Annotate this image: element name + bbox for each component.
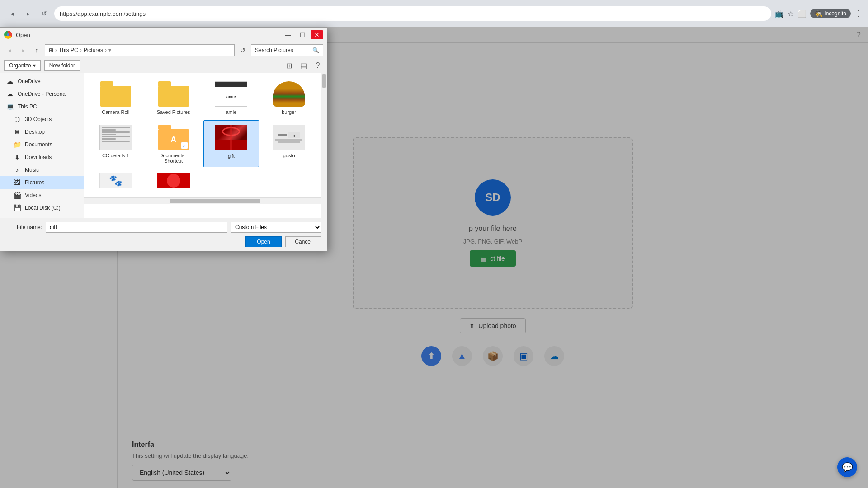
amie-thumb: amie: [215, 80, 247, 108]
file-item-camera-roll[interactable]: Camera Roll: [88, 77, 144, 118]
onedrive-personal-icon: ☁: [6, 90, 14, 98]
file-item-gift[interactable]: gift: [203, 120, 259, 167]
dialog-forward-button[interactable]: ▸: [18, 45, 28, 56]
dialog-refresh-button[interactable]: ↺: [237, 45, 248, 56]
file-item-burger[interactable]: burger: [261, 77, 317, 118]
path-root: ⊞: [49, 47, 53, 53]
view-details-button[interactable]: ▤: [298, 60, 309, 71]
path-sep1: ›: [55, 47, 57, 53]
browser-forward-btn[interactable]: ▸: [22, 7, 34, 20]
nav-item-localdisk[interactable]: 💾 Local Disk (C:): [0, 202, 84, 214]
chrome-icon: [4, 31, 12, 39]
help-dialog-button[interactable]: ?: [312, 60, 323, 71]
file-item-partial1[interactable]: 🐾: [88, 169, 144, 194]
filename-input[interactable]: [46, 222, 227, 233]
filename-label: File name:: [6, 224, 42, 230]
path-folder: Pictures: [84, 47, 103, 53]
thispc-icon: 💻: [6, 103, 14, 111]
nav-item-3dobjects[interactable]: ⬡ 3D Objects: [0, 113, 84, 126]
dialog-overlay: Open — ☐ ✕ ◂ ▸ ↑ ⊞ › This PC › Pic: [0, 27, 868, 488]
dialog-files-pane: Camera Roll Saved Pictures: [84, 73, 327, 218]
ccdetails-thumb: [99, 124, 132, 151]
file-item-gusto[interactable]: g gusto: [261, 120, 317, 167]
organize-arrow-icon: ▾: [33, 62, 36, 69]
search-placeholder: Search Pictures: [255, 47, 293, 53]
desktop-icon: 🖥: [13, 128, 21, 136]
nav-item-desktop[interactable]: 🖥 Desktop: [0, 126, 84, 138]
nav-item-pictures[interactable]: 🖼 Pictures: [0, 176, 84, 189]
videos-icon: 🎬: [13, 191, 21, 199]
new-folder-button[interactable]: New folder: [44, 60, 80, 71]
file-item-saved-pictures[interactable]: Saved Pictures: [146, 77, 202, 118]
address-text: https://app.example.com/settings: [60, 10, 146, 17]
vscroll-thumb[interactable]: [322, 74, 326, 88]
search-icon: 🔍: [312, 47, 319, 53]
file-item-ccdetails[interactable]: CC details 1: [88, 120, 144, 167]
star-icon[interactable]: ☆: [788, 9, 794, 18]
dialog-buttons-row: Open Cancel: [6, 236, 321, 247]
more-icon[interactable]: ⋮: [854, 9, 863, 19]
nav-item-onedrive-personal[interactable]: ☁ OneDrive - Personal: [0, 88, 84, 100]
cancel-button[interactable]: Cancel: [285, 236, 321, 247]
dialog-path-toolbar: ◂ ▸ ↑ ⊞ › This PC › Pictures › ▾ ↺ Searc…: [0, 42, 327, 58]
cast-icon[interactable]: 📺: [775, 9, 784, 18]
hscroll-thumb[interactable]: [170, 199, 260, 203]
music-icon: ♪: [13, 166, 21, 174]
dialog-up-button[interactable]: ↑: [31, 45, 42, 56]
browser-refresh-btn[interactable]: ↺: [38, 7, 51, 20]
path-thispc: This PC: [59, 47, 78, 53]
downloads-icon: ⬇: [13, 153, 21, 161]
view-icon-button[interactable]: ⊞: [283, 60, 294, 71]
incognito-badge: 🕵 Incognito: [810, 9, 851, 18]
onedrive-nav-icon: ☁: [6, 77, 14, 85]
dialog-maximize-button[interactable]: ☐: [296, 30, 309, 39]
browser-back-btn[interactable]: ◂: [5, 7, 18, 20]
nav-item-onedrive[interactable]: ☁ OneDrive: [0, 75, 84, 88]
dialog-bottombar: File name: Custom Files Open Cancel: [0, 218, 327, 251]
dialog-left-nav: ☁ OneDrive ☁ OneDrive - Personal 💻 This …: [0, 73, 84, 218]
nav-item-thispc[interactable]: 💻 This PC: [0, 100, 84, 113]
filetype-select[interactable]: Custom Files: [231, 222, 321, 233]
browser-topbar: ◂ ▸ ↺ https://app.example.com/settings 📺…: [0, 0, 868, 27]
nav-item-videos[interactable]: 🎬 Videos: [0, 189, 84, 202]
chat-widget[interactable]: 💬: [837, 457, 857, 477]
open-button[interactable]: Open: [245, 236, 282, 247]
address-bar[interactable]: https://app.example.com/settings: [54, 6, 771, 21]
gusto-thumb: g: [273, 124, 305, 151]
dialog-title-left: Open: [4, 31, 30, 39]
burger-thumb: [273, 80, 305, 108]
partial1-thumb: 🐾: [99, 173, 132, 188]
file-item-amie[interactable]: amie amie: [203, 77, 259, 118]
dialog-minimize-button[interactable]: —: [282, 30, 294, 39]
file-item-partial2[interactable]: [146, 169, 202, 194]
dialog-vscrollbar[interactable]: [321, 73, 327, 218]
dialog-title-text: Open: [16, 32, 30, 38]
camera-roll-thumb: [99, 80, 132, 108]
browser-background: ◂ ▸ ↺ https://app.example.com/settings 📺…: [0, 0, 868, 488]
browser-actions: 📺 ☆ ⬜ 🕵 Incognito ⋮: [775, 9, 863, 19]
documents-icon: 📁: [13, 141, 21, 149]
dialog-body: ☁ OneDrive ☁ OneDrive - Personal 💻 This …: [0, 73, 327, 218]
dialog-hscrollbar[interactable]: [84, 197, 327, 204]
dialog-close-button[interactable]: ✕: [311, 30, 323, 39]
file-item-documents-shortcut[interactable]: A ↗ Documents - Shortcut: [146, 120, 202, 167]
dialog-wm-buttons: — ☐ ✕: [282, 30, 323, 39]
docshortcut-thumb: A ↗: [157, 124, 190, 151]
search-box[interactable]: Search Pictures 🔍: [251, 44, 323, 56]
dialog-back-button[interactable]: ◂: [4, 45, 15, 56]
dialog-actionbar: Organize ▾ New folder ⊞ ▤ ?: [0, 58, 327, 73]
path-bar[interactable]: ⊞ › This PC › Pictures › ▾: [45, 44, 235, 56]
3d-icon: ⬡: [13, 115, 21, 123]
dialog-titlebar: Open — ☐ ✕: [0, 28, 327, 42]
organize-button[interactable]: Organize ▾: [4, 60, 41, 71]
files-grid: Camera Roll Saved Pictures: [84, 73, 327, 197]
pictures-icon: 🖼: [13, 178, 21, 187]
partial2-thumb: [157, 173, 190, 188]
nav-item-music[interactable]: ♪ Music: [0, 164, 84, 176]
gift-thumb: [215, 124, 247, 151]
saved-pictures-thumb: [157, 80, 190, 108]
filename-row: File name: Custom Files: [6, 222, 321, 233]
tab-icon[interactable]: ⬜: [797, 9, 807, 18]
nav-item-documents[interactable]: 📁 Documents: [0, 138, 84, 151]
nav-item-downloads[interactable]: ⬇ Downloads: [0, 151, 84, 164]
